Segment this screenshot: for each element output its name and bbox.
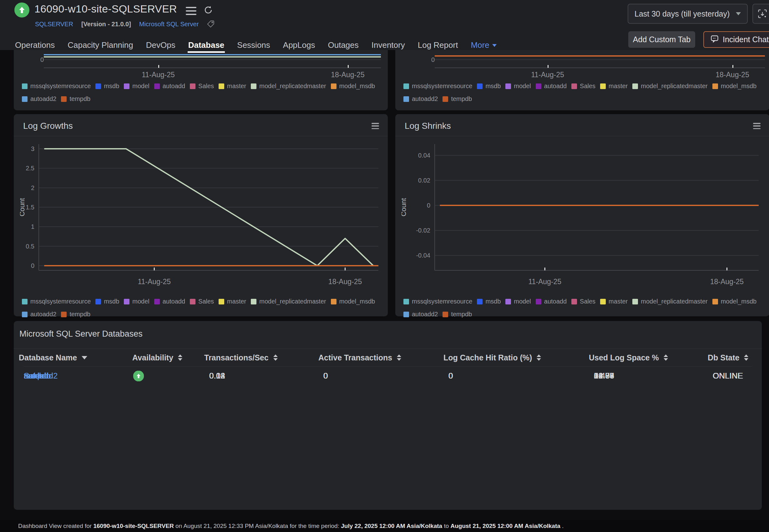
legend-item-model_msdb[interactable]: model_msdb — [331, 83, 375, 90]
column-header-availability[interactable]: Availability — [128, 353, 200, 362]
legend-item-model[interactable]: model — [505, 83, 531, 90]
svg-text:3: 3 — [31, 145, 34, 152]
legend-item-model_replicatedmaster[interactable]: model_replicatedmaster — [251, 298, 326, 305]
svg-text:1.5: 1.5 — [26, 204, 34, 211]
footer: Dashboard View created for 16090-w10-sit… — [0, 520, 769, 532]
column-label: Db State — [708, 353, 739, 362]
series-line-tempdb — [435, 55, 765, 57]
legend-item-model_replicatedmaster[interactable]: model_replicatedmaster — [632, 298, 707, 305]
category-link[interactable]: Microsoft SQL Server — [139, 21, 198, 28]
sort-down-icon — [664, 358, 668, 361]
legend-item-autoadd[interactable]: autoadd — [154, 83, 185, 90]
legend-item-master[interactable]: master — [600, 83, 628, 90]
column-header-active-transactions[interactable]: Active Transactions — [314, 353, 440, 362]
tab-outages[interactable]: Outages — [328, 40, 358, 50]
databases-table-panel: Microsoft SQL Server Databases Database … — [14, 321, 762, 510]
column-header-log-cache-hit-ratio[interactable]: Log Cache Hit Ratio (%) — [440, 353, 585, 362]
sort-icon — [537, 354, 541, 361]
legend-item-model[interactable]: model — [124, 83, 149, 90]
legend-item-master[interactable]: master — [219, 298, 246, 305]
legend-item-mssqlsystemresource[interactable]: mssqlsystemresource — [404, 298, 472, 305]
column-header-transactions-sec[interactable]: Transactions/Sec — [200, 353, 314, 362]
tab-log-report[interactable]: Log Report — [418, 40, 458, 50]
chart-legend: mssqlsystemresourcemsdbmodelautoaddSales… — [22, 83, 382, 103]
chevron-down-icon — [736, 12, 741, 15]
legend-item-autoadd2[interactable]: autoadd2 — [22, 311, 56, 318]
legend-item-msdb[interactable]: msdb — [95, 298, 119, 305]
legend-item-model_msdb[interactable]: model_msdb — [331, 298, 375, 305]
tag-icon[interactable] — [207, 20, 215, 28]
legend-item-autoadd2[interactable]: autoadd2 — [404, 311, 438, 318]
legend-swatch — [331, 83, 336, 89]
legend-item-msdb[interactable]: msdb — [95, 83, 119, 90]
sort-up-icon — [178, 354, 182, 357]
chart-menu-icon[interactable] — [753, 123, 761, 129]
tab-more-label: More — [471, 40, 489, 50]
legend-item-model_replicatedmaster[interactable]: model_replicatedmaster — [632, 83, 707, 90]
legend-item-master[interactable]: master — [219, 83, 246, 90]
legend-item-model[interactable]: model — [124, 298, 149, 305]
legend-item-autoadd[interactable]: autoadd — [536, 298, 567, 305]
monitor-type-link[interactable]: SQLSERVER — [35, 21, 73, 28]
refresh-icon[interactable] — [203, 5, 213, 15]
legend-item-tempdb[interactable]: tempdb — [61, 95, 90, 103]
legend-swatch — [61, 312, 67, 317]
header: 16090-w10-site-SQLSERVER SQLSERVER [Vers… — [0, 0, 769, 50]
title-menu-icon[interactable] — [186, 7, 196, 15]
legend-item-model_replicatedmaster[interactable]: model_replicatedmaster — [251, 83, 326, 90]
legend-item-autoadd2[interactable]: autoadd2 — [22, 95, 56, 103]
legend-swatch — [404, 96, 409, 102]
legend-item-model_msdb[interactable]: model_msdb — [712, 298, 757, 305]
availability-up-icon[interactable] — [133, 371, 144, 381]
incident-chat-button[interactable]: Incident Chat — [703, 31, 769, 48]
tab-more[interactable]: More — [471, 40, 496, 50]
legend-item-mssqlsystemresource[interactable]: mssqlsystemresource — [22, 83, 91, 90]
legend-label: Sales — [198, 83, 214, 90]
time-range-dropdown[interactable]: Last 30 days (till yesterday) — [628, 4, 748, 24]
legend-item-model[interactable]: model — [505, 298, 531, 305]
column-label: Database Name — [19, 353, 77, 362]
legend-item-Sales[interactable]: Sales — [190, 83, 214, 90]
custom-view-button[interactable] — [752, 4, 769, 24]
legend-label: model — [514, 298, 531, 305]
column-header-used-log-space[interactable]: Used Log Space % — [585, 353, 704, 362]
legend-label: model — [132, 298, 149, 305]
chat-icon — [710, 34, 719, 45]
legend-swatch — [190, 299, 195, 304]
legend-item-msdb[interactable]: msdb — [477, 298, 501, 305]
legend-item-tempdb[interactable]: tempdb — [443, 311, 472, 318]
legend-swatch — [571, 299, 577, 304]
tab-devops[interactable]: DevOps — [146, 40, 175, 50]
tab-database[interactable]: Database — [188, 40, 224, 50]
legend-item-Sales[interactable]: Sales — [571, 83, 596, 90]
column-label: Log Cache Hit Ratio (%) — [444, 353, 532, 362]
legend-item-tempdb[interactable]: tempdb — [443, 95, 472, 103]
svg-text:18-Aug-25: 18-Aug-25 — [328, 278, 362, 286]
legend-item-autoadd2[interactable]: autoadd2 — [404, 95, 438, 103]
legend-item-mssqlsystemresource[interactable]: mssqlsystemresource — [22, 298, 91, 305]
x-tick-label: 11-Aug-25 — [531, 71, 564, 79]
legend-item-autoadd[interactable]: autoadd — [536, 83, 567, 90]
column-header-db-state[interactable]: Db State — [704, 353, 757, 362]
tab-capacity-planning[interactable]: Capacity Planning — [68, 40, 133, 50]
legend-swatch — [219, 83, 224, 89]
add-custom-tab-button[interactable]: Add Custom Tab — [628, 31, 695, 48]
tab-applogs[interactable]: AppLogs — [283, 40, 315, 50]
tab-inventory[interactable]: Inventory — [371, 40, 405, 50]
legend-item-Sales[interactable]: Sales — [571, 298, 596, 305]
legend-item-autoadd[interactable]: autoadd — [154, 298, 185, 305]
chart-menu-icon[interactable] — [371, 123, 379, 129]
legend-item-Sales[interactable]: Sales — [190, 298, 214, 305]
legend-item-msdb[interactable]: msdb — [477, 83, 501, 90]
column-header-database-name[interactable]: Database Name — [19, 353, 128, 362]
x-tick-label: 18-Aug-25 — [716, 71, 749, 79]
tab-sessions[interactable]: Sessions — [237, 40, 270, 50]
database-name-link[interactable]: Sales — [24, 371, 44, 380]
tab-operations[interactable]: Operations — [15, 40, 55, 50]
chart-panel-partial-right: 0 11-Aug-25 18-Aug-25 mssqlsystemresourc… — [395, 50, 769, 110]
footer-period-start: July 22, 2025 12:00 AM Asia/Kolkata — [341, 523, 442, 529]
legend-item-model_msdb[interactable]: model_msdb — [712, 83, 757, 90]
legend-item-mssqlsystemresource[interactable]: mssqlsystemresource — [404, 83, 472, 90]
legend-item-tempdb[interactable]: tempdb — [61, 311, 90, 318]
legend-item-master[interactable]: master — [600, 298, 628, 305]
